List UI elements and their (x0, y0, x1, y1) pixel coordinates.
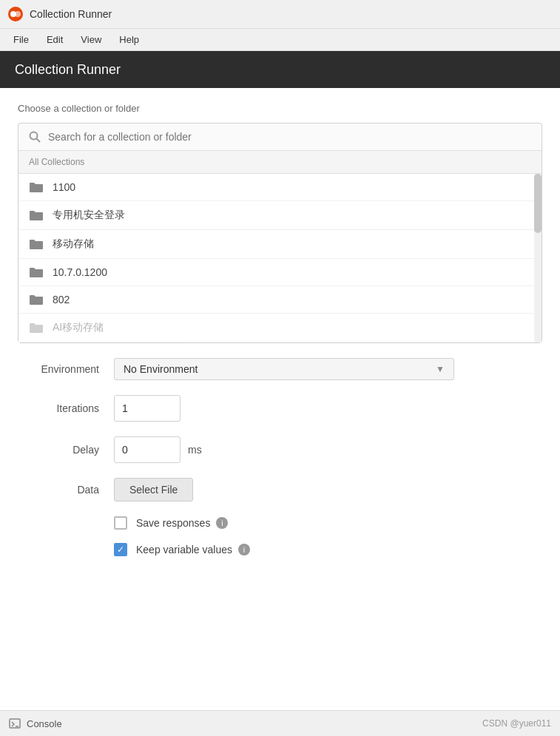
collection-item[interactable]: AI移动存储 (18, 314, 542, 342)
save-responses-checkbox[interactable] (114, 516, 127, 530)
collection-item[interactable]: 802 (18, 286, 542, 314)
folder-icon (29, 294, 44, 305)
collection-name: 10.7.0.1200 (53, 266, 107, 278)
keep-variable-row: ✓ Keep variable values i (18, 543, 542, 556)
svg-point-2 (15, 11, 21, 17)
list-scrollbar-thumb[interactable] (534, 174, 542, 233)
environment-label: Environment (18, 363, 114, 375)
collection-name: 移动存储 (53, 237, 94, 251)
title-bar: Collection Runner (0, 0, 560, 29)
select-file-button[interactable]: Select File (114, 478, 193, 502)
svg-line-4 (37, 139, 41, 143)
form-section: Environment No Environment ▼ Iterations … (18, 358, 542, 570)
save-responses-label: Save responses (136, 517, 210, 529)
data-row: Data Select File (18, 478, 542, 502)
bottom-bar: Console CSDN @yuer011 (0, 710, 560, 736)
delay-input[interactable] (114, 436, 181, 463)
delay-unit: ms (188, 444, 202, 456)
collection-list: 1100 专用机安全登录 移动存储 (18, 174, 542, 342)
collection-picker: All Collections 1100 专用机安全登录 (18, 123, 542, 343)
chevron-down-icon: ▼ (436, 364, 445, 374)
menu-file[interactable]: File (6, 31, 36, 48)
folder-icon (29, 266, 44, 278)
menu-view[interactable]: View (73, 31, 109, 48)
environment-value: No Environment (124, 363, 198, 375)
collection-item[interactable]: 10.7.0.1200 (18, 259, 542, 286)
keep-variable-info-icon[interactable]: i (238, 544, 250, 556)
folder-icon (29, 238, 44, 250)
choose-label: Choose a collection or folder (18, 103, 542, 114)
title-bar-text: Collection Runner (30, 8, 112, 20)
collection-list-wrapper: 1100 专用机安全登录 移动存储 (18, 174, 542, 342)
collection-item[interactable]: 移动存储 (18, 230, 542, 259)
menu-bar: File Edit View Help (0, 29, 560, 51)
console-label: Console (27, 718, 62, 729)
iterations-input[interactable] (114, 395, 181, 422)
search-row[interactable] (18, 124, 542, 151)
app-header-title: Collection Runner (15, 62, 121, 78)
delay-row: Delay ms (18, 436, 542, 463)
keep-variable-label: Keep variable values (136, 544, 232, 556)
delay-label: Delay (18, 444, 114, 456)
environment-row: Environment No Environment ▼ (18, 358, 542, 380)
app-logo (7, 6, 24, 22)
iterations-label: Iterations (18, 402, 114, 414)
svg-point-3 (30, 132, 38, 140)
list-scrollbar-track (534, 174, 542, 342)
collection-name: AI移动存储 (53, 321, 104, 334)
collection-item[interactable]: 1100 (18, 174, 542, 201)
console-icon (9, 718, 21, 729)
collection-name: 专用机安全登录 (53, 209, 125, 222)
main-content: Choose a collection or folder All Collec… (0, 88, 560, 736)
watermark: CSDN @yuer011 (482, 718, 551, 729)
console-section[interactable]: Console (9, 718, 62, 729)
app-window: Collection Runner File Edit View Help Co… (0, 0, 560, 736)
collection-name: 802 (53, 294, 70, 305)
save-responses-row: Save responses i (18, 516, 542, 530)
iterations-row: Iterations (18, 395, 542, 422)
keep-variable-checkbox[interactable]: ✓ (114, 543, 127, 556)
data-label: Data (18, 484, 114, 496)
menu-edit[interactable]: Edit (39, 31, 70, 48)
folder-icon (29, 322, 44, 334)
folder-icon (29, 209, 44, 221)
search-icon (29, 131, 41, 143)
collection-item[interactable]: 专用机安全登录 (18, 201, 542, 230)
search-input[interactable] (48, 131, 531, 143)
environment-dropdown[interactable]: No Environment ▼ (114, 358, 454, 380)
collection-name: 1100 (53, 181, 75, 193)
folder-icon (29, 181, 44, 193)
menu-help[interactable]: Help (112, 31, 146, 48)
app-header: Collection Runner (0, 51, 560, 88)
collections-header: All Collections (18, 151, 542, 174)
save-responses-info-icon[interactable]: i (216, 517, 228, 529)
